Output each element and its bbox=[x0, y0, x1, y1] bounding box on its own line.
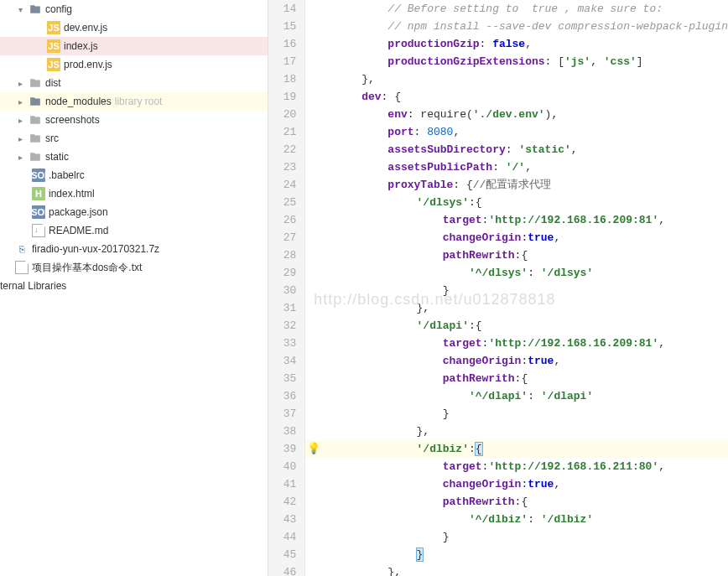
code-line: pathRewrith:{ bbox=[305, 493, 728, 511]
code-line: pathRewrith:{ bbox=[305, 246, 728, 264]
tree-folder-static[interactable]: ▸ static bbox=[0, 148, 268, 166]
line-number: 41 bbox=[268, 475, 296, 493]
line-number: 43 bbox=[268, 511, 296, 528]
code-line: '^/dlbiz': '/dlbiz' bbox=[305, 511, 728, 528]
tree-folder-src[interactable]: ▸ src bbox=[0, 129, 268, 148]
tree-file-dev-env[interactable]: JS dev.env.js bbox=[0, 18, 268, 37]
line-number: 33 bbox=[268, 335, 296, 352]
tree-label: src bbox=[45, 132, 59, 144]
project-file-tree[interactable]: ▾ config JS dev.env.js JS index.js JS pr… bbox=[0, 0, 268, 576]
tree-folder-screenshots[interactable]: ▸ screenshots bbox=[0, 111, 268, 129]
chevron-right-icon: ▸ bbox=[15, 97, 25, 106]
code-line: '/dlsys':{ bbox=[305, 194, 728, 211]
archive-file-icon: ⎘ bbox=[15, 242, 29, 256]
line-number: 16 bbox=[268, 35, 296, 53]
tree-folder-node-modules[interactable]: ▸ node_modules library root bbox=[0, 92, 268, 111]
tree-file-prod-env[interactable]: JS prod.env.js bbox=[0, 55, 268, 74]
chevron-right-icon: ▸ bbox=[15, 134, 25, 143]
tree-label: .babelrc bbox=[49, 169, 85, 181]
line-number: 42 bbox=[268, 493, 296, 511]
tree-folder-dist[interactable]: ▸ dist bbox=[0, 74, 268, 92]
js-file-icon: JS bbox=[47, 21, 60, 34]
tree-label: screenshots bbox=[45, 114, 100, 126]
markdown-file-icon bbox=[32, 224, 45, 237]
code-editor[interactable]: 1415161718192021222324252627282930313233… bbox=[268, 0, 728, 576]
line-number-gutter: 1415161718192021222324252627282930313233… bbox=[268, 0, 305, 576]
code-line: changeOrigin:true, bbox=[305, 352, 728, 370]
code-line: // Before setting to true , make sure to… bbox=[305, 0, 728, 18]
code-line: } bbox=[305, 528, 728, 546]
tree-label: dist bbox=[45, 77, 61, 89]
line-number: 19 bbox=[268, 88, 296, 106]
tree-folder-config[interactable]: ▾ config bbox=[0, 0, 268, 18]
code-line: changeOrigin:true, bbox=[305, 229, 728, 246]
line-number: 40 bbox=[268, 458, 296, 475]
line-number: 25 bbox=[268, 194, 296, 211]
tree-file-firadio[interactable]: ⎘ firadio-yun-vux-20170321.7z bbox=[0, 240, 268, 258]
tree-label: static bbox=[45, 151, 69, 163]
line-number: 32 bbox=[268, 317, 296, 335]
code-line: '^/dlsys': '/dlsys' bbox=[305, 264, 728, 282]
line-number: 31 bbox=[268, 299, 296, 317]
code-line: '/dlapi':{ bbox=[305, 317, 728, 335]
chevron-down-icon: ▾ bbox=[15, 5, 25, 14]
intention-bulb-icon[interactable]: 💡 bbox=[307, 440, 320, 458]
code-line: assetsPublicPath: '/', bbox=[305, 158, 728, 176]
line-number: 37 bbox=[268, 405, 296, 423]
line-number: 17 bbox=[268, 53, 296, 70]
code-line: }, bbox=[305, 299, 728, 317]
json-file-icon: JSON bbox=[32, 205, 45, 219]
code-line-cursor: 💡 '/dlbiz':{ bbox=[305, 440, 728, 458]
tree-file-dos-txt[interactable]: 项目操作基本dos命令.txt bbox=[0, 258, 268, 277]
folder-icon bbox=[29, 95, 42, 108]
chevron-right-icon: ▸ bbox=[15, 79, 25, 88]
tree-label: README.md bbox=[49, 225, 108, 236]
js-file-icon: JS bbox=[47, 58, 60, 71]
line-number: 23 bbox=[268, 158, 296, 176]
code-line: productionGzipExtensions: ['js', 'css'] bbox=[305, 53, 728, 70]
code-line: assetsSubDirectory: 'static', bbox=[305, 141, 728, 158]
line-number: 20 bbox=[268, 106, 296, 123]
tree-file-babelrc[interactable]: JSON .babelrc bbox=[0, 166, 268, 184]
tree-external-libraries[interactable]: ternal Libraries bbox=[0, 277, 268, 295]
code-line: dev: { bbox=[305, 88, 728, 106]
code-area[interactable]: http://blog.csdn.net/u012878818 // Befor… bbox=[305, 0, 728, 576]
code-line: proxyTable: {//配置请求代理 bbox=[305, 176, 728, 194]
line-number: 21 bbox=[268, 123, 296, 141]
line-number: 46 bbox=[268, 563, 296, 576]
code-line: // npm install --save-dev compression-we… bbox=[305, 18, 728, 35]
folder-icon bbox=[29, 3, 42, 16]
code-line: port: 8080, bbox=[305, 123, 728, 141]
tree-label: index.html bbox=[49, 188, 95, 200]
tree-file-readme[interactable]: README.md bbox=[0, 221, 268, 240]
code-line: }, bbox=[305, 70, 728, 88]
line-number: 14 bbox=[268, 0, 296, 18]
tree-file-index-js[interactable]: JS index.js bbox=[0, 37, 268, 55]
code-line: }, bbox=[305, 563, 728, 576]
code-line: } bbox=[305, 405, 728, 423]
tree-label: package.json bbox=[49, 206, 108, 218]
code-line: }, bbox=[305, 423, 728, 440]
tree-label: config bbox=[45, 3, 72, 15]
chevron-right-icon: ▸ bbox=[15, 116, 25, 125]
code-line: pathRewrith:{ bbox=[305, 370, 728, 387]
tree-file-package-json[interactable]: JSON package.json bbox=[0, 203, 268, 221]
code-line: } bbox=[305, 282, 728, 299]
line-number: 26 bbox=[268, 211, 296, 229]
line-number: 39 bbox=[268, 440, 296, 458]
tree-label: ternal Libraries bbox=[0, 280, 66, 292]
chevron-right-icon: ▸ bbox=[15, 153, 25, 162]
line-number: 29 bbox=[268, 264, 296, 282]
tree-file-index-html[interactable]: H index.html bbox=[0, 184, 268, 203]
line-number: 28 bbox=[268, 246, 296, 264]
code-line: target:'http://192.168.16.209:81', bbox=[305, 335, 728, 352]
tree-label: index.js bbox=[64, 40, 98, 52]
folder-icon bbox=[29, 76, 42, 90]
text-file-icon bbox=[15, 261, 29, 274]
code-line: target:'http://192.168.16.209:81', bbox=[305, 211, 728, 229]
line-number: 24 bbox=[268, 176, 296, 194]
line-number: 15 bbox=[268, 18, 296, 35]
code-line: env: require('./dev.env'), bbox=[305, 106, 728, 123]
line-number: 22 bbox=[268, 141, 296, 158]
html-file-icon: H bbox=[32, 187, 45, 200]
